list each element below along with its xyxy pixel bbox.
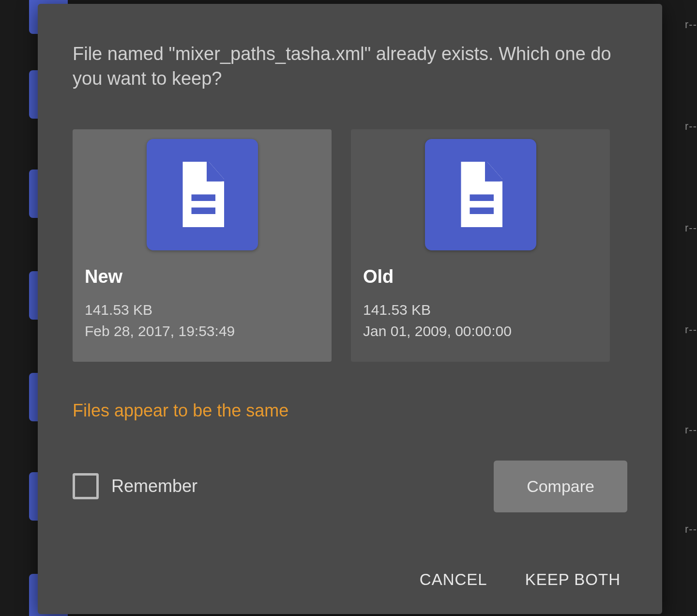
remember-checkbox-wrap[interactable]: Remember xyxy=(73,473,197,499)
file-icon xyxy=(147,139,258,250)
old-card-label: Old xyxy=(363,266,598,287)
card-icon-wrap xyxy=(363,132,598,258)
remember-checkbox[interactable] xyxy=(73,473,99,499)
bg-perm-text: r-- xyxy=(685,424,697,436)
file-conflict-dialog: File named "mixer_paths_tasha.xml" alrea… xyxy=(38,4,662,614)
new-card-size: 141.53 KB xyxy=(85,302,319,318)
bg-perm-text: r-- xyxy=(685,222,697,234)
compare-button[interactable]: Compare xyxy=(494,461,627,512)
keep-both-button[interactable]: KEEP BOTH xyxy=(523,566,622,594)
cancel-button[interactable]: CANCEL xyxy=(418,566,489,594)
new-file-card[interactable]: New 141.53 KB Feb 28, 2017, 19:53:49 xyxy=(73,129,332,362)
svg-rect-0 xyxy=(191,195,215,201)
document-icon xyxy=(176,162,229,227)
bg-perm-text: r-- xyxy=(685,18,697,31)
old-file-card[interactable]: Old 141.53 KB Jan 01, 2009, 00:00:00 xyxy=(351,129,610,362)
file-cards-row: New 141.53 KB Feb 28, 2017, 19:53:49 Old… xyxy=(73,129,627,362)
document-icon xyxy=(454,162,507,227)
controls-row: Remember Compare xyxy=(73,461,627,512)
svg-rect-1 xyxy=(191,208,215,215)
card-icon-wrap xyxy=(85,132,319,258)
old-card-size: 141.53 KB xyxy=(363,302,598,318)
bg-perm-text: r-- xyxy=(685,323,697,336)
new-card-label: New xyxy=(85,266,319,287)
svg-rect-2 xyxy=(470,195,494,201)
remember-label: Remember xyxy=(111,476,197,496)
bg-perm-text: r-- xyxy=(685,523,697,536)
dialog-title: File named "mixer_paths_tasha.xml" alrea… xyxy=(73,42,627,92)
new-card-date: Feb 28, 2017, 19:53:49 xyxy=(85,323,319,339)
files-same-notice: Files appear to be the same xyxy=(73,400,627,421)
bg-perm-text: r-- xyxy=(685,120,697,133)
file-icon xyxy=(425,139,536,250)
dialog-actions: CANCEL KEEP BOTH xyxy=(73,566,627,594)
old-card-date: Jan 01, 2009, 00:00:00 xyxy=(363,323,598,339)
svg-rect-3 xyxy=(470,208,494,215)
